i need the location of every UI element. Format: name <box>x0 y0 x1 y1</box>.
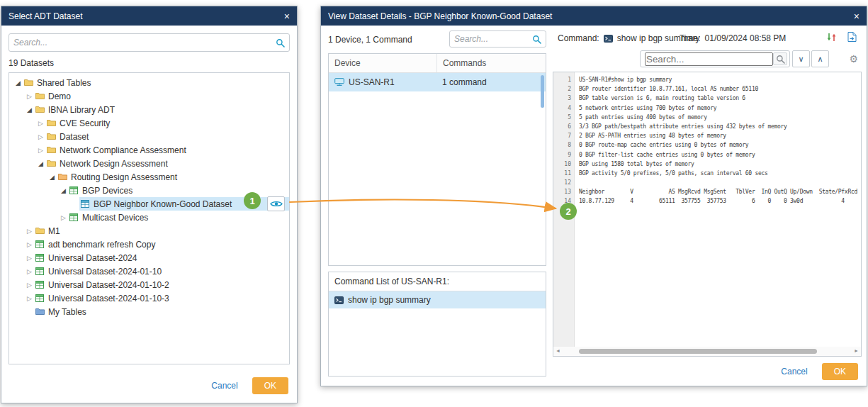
code-line-number: 1 <box>553 75 571 84</box>
expander-icon[interactable]: ▷ <box>25 281 34 289</box>
tree-item-shared-tables[interactable]: ◢Shared Tables <box>9 76 289 89</box>
table-icon <box>35 294 47 302</box>
folder-icon <box>47 160 58 167</box>
output-search-input[interactable] <box>645 52 773 66</box>
tree-item-universal-dataset-2024-01-10-2[interactable]: ▷Universal Dataset-2024-01-10-2 <box>9 278 289 291</box>
find-in-page-icon[interactable] <box>773 52 787 65</box>
time-value: 01/09/2024 08:58 PM <box>705 33 787 43</box>
tree-item-multicast-devices[interactable]: ▷Multicast Devices <box>9 211 289 224</box>
ok-button[interactable]: OK <box>822 363 858 380</box>
tree-item-network-compliance-assessment[interactable]: ▷Network Compliance Assessment <box>9 143 289 157</box>
expander-icon[interactable]: ▷ <box>36 147 45 154</box>
folder-icon <box>47 146 58 154</box>
dataset-count-label: 19 Datasets <box>9 58 54 68</box>
tree-item-label: CVE Security <box>60 118 110 128</box>
folder-blue-icon <box>35 308 47 316</box>
device-table-scrollbar[interactable] <box>541 75 544 108</box>
tree-item-content: Multicast Devices <box>68 211 289 224</box>
chevron-down-icon: ∨ <box>798 55 804 64</box>
select-dialog-footer: Cancel OK <box>211 377 288 394</box>
command-output-area: 123456789101112131415 US-SAN-R1#show ip … <box>553 72 862 357</box>
tree-item-universal-dataset-2024[interactable]: ▷Universal Dataset-2024 <box>9 251 289 264</box>
device-cell: US-SAN-R1 <box>329 77 436 87</box>
expander-icon[interactable]: ◢ <box>59 187 68 194</box>
code-line-number: 7 <box>553 131 571 140</box>
expander-icon[interactable]: ▷ <box>36 120 45 127</box>
tree-item-cve-security[interactable]: ▷CVE Security <box>9 116 289 130</box>
expander-icon[interactable]: ▷ <box>25 241 34 248</box>
expander-icon[interactable]: ▷ <box>25 295 34 302</box>
command-list-panel: Command List of US-SAN-R1: show ip bgp s… <box>328 272 546 377</box>
export-icon[interactable] <box>847 32 857 42</box>
tree-item-content: Network Compliance Assessment <box>45 143 289 157</box>
tree-item-label: Demo <box>48 91 71 101</box>
tree-item-adt-benchmark-refresh-copy[interactable]: ▷adt benchmark refresh Copy <box>9 238 289 251</box>
find-prev-button[interactable]: ∧ <box>811 50 829 67</box>
folder-open-icon <box>58 173 69 181</box>
expander-icon[interactable]: ▷ <box>25 228 34 235</box>
expander-icon[interactable]: ▷ <box>25 255 34 262</box>
select-dialog-titlebar: Select ADT Dataset × <box>1 6 297 26</box>
time-info: Time: 01/09/2024 08:58 PM <box>680 33 786 43</box>
code-line-number: 6 <box>553 122 571 131</box>
tree-item-universal-dataset-2024-01-10[interactable]: ▷Universal Dataset-2024-01-10 <box>9 264 289 278</box>
device-icon <box>334 78 344 87</box>
code-line-number: 2 <box>553 84 571 94</box>
tree-item-dataset[interactable]: ▷Dataset <box>9 130 289 143</box>
output-hscrollbar[interactable]: ◄ ► <box>553 347 861 356</box>
expander-icon[interactable]: ▷ <box>25 93 34 100</box>
tree-item-network-design-assessment[interactable]: ◢Network Design Assessment <box>9 157 289 170</box>
tree-item-label: BGP Neighbor Known-Good Dataset <box>94 199 232 209</box>
tree-item-label: Multicast Devices <box>82 213 148 223</box>
tree-item-content: Routing Design Assessment <box>57 170 289 184</box>
folder-icon <box>35 227 47 235</box>
code-line: BGP table version is 6, main routing tab… <box>579 94 861 103</box>
command-list-items: show ip bgp summary <box>329 291 546 308</box>
compare-icon[interactable] <box>826 33 837 42</box>
settings-gear-icon[interactable]: ⚙ <box>849 53 858 65</box>
close-icon[interactable]: × <box>854 11 859 21</box>
table-icon <box>35 254 47 262</box>
dataset-search-input[interactable] <box>13 38 273 48</box>
code-line: 5 network entries using 700 bytes of mem… <box>579 104 861 113</box>
folder-icon <box>35 92 47 100</box>
cancel-button[interactable]: Cancel <box>781 367 807 377</box>
select-dialog-title: Select ADT Dataset <box>9 11 83 21</box>
tree-item-label: Universal Dataset-2024-01-10-2 <box>48 280 169 290</box>
tree-item-label: Shared Tables <box>37 78 91 88</box>
code-line-number: 9 <box>553 150 571 160</box>
output-find-bar: ∨ ∧ ⚙ <box>640 50 858 67</box>
tree-item-content: Shared Tables <box>23 76 289 89</box>
expander-icon[interactable]: ◢ <box>36 160 45 167</box>
expander-icon[interactable]: ▷ <box>59 214 68 221</box>
code-line-number: 5 <box>553 113 571 122</box>
code-line <box>579 206 861 216</box>
tree-item-demo[interactable]: ▷Demo <box>9 89 289 103</box>
device-table-header: DeviceCommands <box>329 54 546 73</box>
scroll-left-icon[interactable]: ◄ <box>556 348 560 353</box>
ok-button[interactable]: OK <box>252 377 288 394</box>
scrollbar-thumb[interactable] <box>579 349 817 354</box>
table-icon <box>35 267 47 275</box>
table-icon <box>69 186 81 194</box>
command-list-item-show-ip-bgp-summary[interactable]: show ip bgp summary <box>329 291 546 308</box>
scroll-right-icon[interactable]: ► <box>854 348 859 353</box>
device-row-us-san-r1[interactable]: US-SAN-R11 command <box>329 73 546 91</box>
tree-item-my-tables[interactable]: My Tables <box>9 305 289 318</box>
cancel-button[interactable]: Cancel <box>211 381 237 391</box>
close-icon[interactable]: × <box>284 11 290 21</box>
device-name: US-SAN-R1 <box>349 77 395 87</box>
tree-item-m1[interactable]: ▷M1 <box>9 224 289 238</box>
expander-icon[interactable]: ▷ <box>25 268 34 275</box>
expander-icon[interactable]: ◢ <box>25 106 34 113</box>
tree-item-routing-design-assessment[interactable]: ◢Routing Design Assessment <box>9 170 289 184</box>
find-next-button[interactable]: ∨ <box>792 50 810 67</box>
tree-item-content: Universal Dataset-2024-01-10 <box>34 264 289 278</box>
expander-icon[interactable]: ▷ <box>36 133 45 140</box>
tree-item-universal-dataset-2024-01-10-3[interactable]: ▷Universal Dataset-2024-01-10-3 <box>9 291 289 305</box>
expander-icon[interactable]: ◢ <box>13 79 23 87</box>
view-dataset-eye-button[interactable] <box>267 196 285 211</box>
tree-item-ibna-library-adt[interactable]: ◢IBNA Library ADT <box>9 103 289 116</box>
device-search-input[interactable] <box>454 34 529 44</box>
expander-icon[interactable]: ◢ <box>47 174 57 181</box>
